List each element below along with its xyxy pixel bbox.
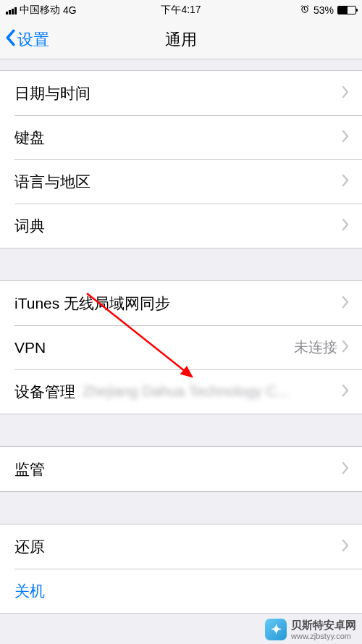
chevron-right-icon	[342, 295, 349, 312]
watermark-url: www.zjbstyy.com	[291, 632, 356, 641]
network-label: 4G	[63, 4, 77, 16]
row-label: 监管	[14, 459, 342, 480]
chevron-right-icon	[342, 383, 349, 401]
status-bar: 中国移动 4G 下午4:17 53%	[0, 0, 362, 20]
row-keyboard[interactable]: 键盘	[0, 115, 362, 159]
row-label: 词典	[14, 216, 342, 236]
chevron-right-icon	[342, 339, 349, 356]
chevron-right-icon	[342, 461, 349, 478]
chevron-right-icon	[342, 217, 349, 235]
row-label: 还原	[14, 537, 342, 557]
settings-group-4: 还原 关机	[0, 524, 362, 614]
status-right: 53%	[300, 4, 356, 17]
row-regulatory[interactable]: 监管	[0, 447, 362, 491]
page-title: 通用	[165, 29, 197, 51]
status-time: 下午4:17	[161, 4, 201, 17]
watermark-name: 贝斯特安卓网	[291, 619, 356, 632]
back-button[interactable]: 设置	[0, 29, 49, 51]
row-device-management[interactable]: 设备管理 Zhejiang Dahua Technology C...	[0, 369, 362, 414]
alarm-icon	[300, 4, 310, 17]
row-shutdown[interactable]: 关机	[0, 569, 362, 613]
row-label: 语言与地区	[14, 172, 342, 192]
settings-group-2: iTunes 无线局域网同步 VPN 未连接 设备管理 Zhejiang Dah…	[0, 280, 362, 414]
row-language-region[interactable]: 语言与地区	[0, 159, 362, 204]
row-dictionary[interactable]: 词典	[0, 204, 362, 248]
watermark: ✦ 贝斯特安卓网 www.zjbstyy.com	[265, 619, 356, 641]
battery-icon	[337, 6, 356, 14]
status-left: 中国移动 4G	[6, 4, 77, 17]
row-itunes-sync[interactable]: iTunes 无线局域网同步	[0, 281, 362, 325]
row-date-time[interactable]: 日期与时间	[0, 71, 362, 115]
battery-percent: 53%	[313, 4, 334, 16]
row-vpn[interactable]: VPN 未连接	[0, 325, 362, 369]
row-reset[interactable]: 还原	[0, 524, 362, 569]
row-label: VPN	[14, 339, 294, 356]
back-label: 设置	[17, 29, 49, 51]
signal-icon	[6, 6, 17, 14]
chevron-right-icon	[342, 538, 349, 556]
chevron-right-icon	[342, 85, 349, 102]
watermark-logo-icon: ✦	[265, 619, 287, 640]
chevron-right-icon	[342, 129, 349, 146]
settings-group-3: 监管	[0, 446, 362, 492]
row-label: 设备管理	[14, 382, 75, 402]
carrier-label: 中国移动	[20, 4, 60, 17]
row-label: 日期与时间	[14, 83, 342, 104]
nav-bar: 设置 通用	[0, 20, 362, 59]
row-label: iTunes 无线局域网同步	[14, 293, 342, 314]
row-label: 关机	[14, 581, 349, 601]
chevron-left-icon	[4, 29, 16, 51]
settings-group-1: 日期与时间 键盘 语言与地区 词典	[0, 70, 362, 248]
chevron-right-icon	[342, 173, 349, 191]
row-value: Zhejiang Dahua Technology C...	[83, 383, 337, 400]
row-label: 键盘	[14, 127, 342, 148]
row-value: 未连接	[294, 338, 337, 357]
